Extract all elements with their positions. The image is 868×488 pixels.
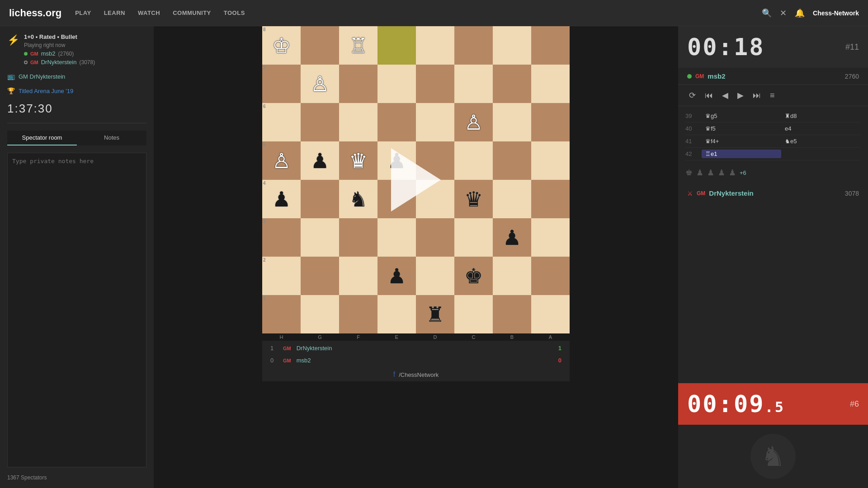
score-name-2[interactable]: msb2 [297,357,547,364]
square[interactable] [531,218,570,257]
white-player-name[interactable]: msb2 [708,72,725,80]
square[interactable] [339,257,377,295]
player2-name[interactable]: DrNykterstein [41,59,77,66]
nav-watch[interactable]: WATCH [138,9,160,16]
square[interactable] [339,218,377,257]
move-39-black[interactable]: ♜d8 [781,112,861,120]
square[interactable] [493,26,531,65]
move-41-black[interactable]: ♞e5 [781,137,861,145]
square[interactable]: 5♙ [262,141,301,180]
square[interactable] [531,257,570,295]
tab-spectator-room[interactable]: Spectator room [7,131,77,145]
square[interactable]: ♖ [339,26,377,65]
move-41-white[interactable]: ♛f4+ [702,137,781,145]
chess-piece: ♟ [387,266,406,286]
square[interactable] [416,65,454,103]
rank-label: 6 [263,104,266,109]
square[interactable]: ♚ [454,257,493,295]
square[interactable] [301,180,339,218]
square[interactable] [454,65,493,103]
square[interactable]: 7 [262,65,301,103]
nav-community[interactable]: COMMUNITY [173,9,211,16]
square[interactable] [301,218,339,257]
square[interactable] [454,218,493,257]
square[interactable] [493,295,531,333]
square[interactable]: ♟ [377,257,416,295]
square[interactable] [377,218,416,257]
bell-icon[interactable]: 🔔 [795,8,805,18]
flip-board-button[interactable]: ⟳ [685,89,699,102]
square[interactable] [531,180,570,218]
square[interactable] [377,26,416,65]
facebook-page[interactable]: /ChessNetwork [399,371,439,378]
square[interactable] [377,65,416,103]
square[interactable] [301,295,339,333]
square[interactable]: 4♟ [262,180,301,218]
next-move-button[interactable]: ▶ [734,89,747,102]
nav-learn[interactable]: LEARN [104,9,125,16]
play-button-overlay[interactable] [391,148,441,211]
square[interactable]: 8♔ [262,26,301,65]
square[interactable] [377,295,416,333]
nav-play[interactable]: PLAY [75,9,91,16]
square[interactable]: ♜ [416,295,454,333]
white-player-rating: 2760 [845,73,859,80]
goto-start-button[interactable]: ⏮ [701,89,717,102]
search-icon[interactable]: 🔍 [762,8,772,18]
square[interactable] [339,103,377,141]
square[interactable]: 1 [262,295,301,333]
square[interactable] [531,103,570,141]
square[interactable] [339,65,377,103]
square[interactable] [454,141,493,180]
square[interactable]: 6 [262,103,301,141]
square[interactable]: ♞ [339,180,377,218]
square[interactable]: 3 [262,218,301,257]
square[interactable]: ♟ [301,141,339,180]
square[interactable] [377,103,416,141]
square[interactable]: ♛ [454,180,493,218]
square[interactable] [493,103,531,141]
square[interactable]: ♙ [301,65,339,103]
move-40-white[interactable]: ♛f5 [702,124,781,133]
prev-move-button[interactable]: ◀ [718,89,732,102]
square[interactable] [531,141,570,180]
nav-tools[interactable]: TOOLS [224,9,245,16]
square[interactable] [531,65,570,103]
menu-button[interactable]: ≡ [766,89,778,102]
square[interactable]: ♟ [493,218,531,257]
tab-notes[interactable]: Notes [77,131,146,145]
square[interactable]: 2 [262,257,301,295]
square[interactable]: ♛ [339,141,377,180]
square[interactable] [416,257,454,295]
arena-label[interactable]: Titled Arena June '19 [19,88,73,94]
goto-end-button[interactable]: ⏭ [749,89,764,102]
close-icon[interactable]: ✕ [780,8,787,18]
score-name-1[interactable]: DrNykterstein [297,345,547,352]
square[interactable] [339,295,377,333]
square[interactable] [301,257,339,295]
square[interactable] [493,257,531,295]
square[interactable] [454,295,493,333]
move-42-black[interactable] [781,153,861,155]
square[interactable] [493,65,531,103]
square[interactable] [493,141,531,180]
move-40-black[interactable]: e4 [781,124,861,133]
square[interactable] [416,218,454,257]
square[interactable] [301,103,339,141]
notes-textarea[interactable] [7,153,146,467]
username-label[interactable]: Chess-Network [813,9,859,17]
square[interactable] [531,26,570,65]
square[interactable] [301,26,339,65]
watch-label[interactable]: GM DrNykterstein [19,73,65,80]
player1-name[interactable]: msb2 [41,50,56,57]
square[interactable] [493,180,531,218]
move-39-white[interactable]: ♛g5 [702,112,781,120]
site-logo[interactable]: lichess.org [9,7,61,19]
square[interactable] [454,26,493,65]
square[interactable] [531,295,570,333]
move-42-white[interactable]: ♖e1 [702,150,781,158]
square[interactable] [416,26,454,65]
square[interactable]: ♙ [454,103,493,141]
square[interactable] [416,103,454,141]
black-player-name[interactable]: DrNykterstein [709,189,753,197]
